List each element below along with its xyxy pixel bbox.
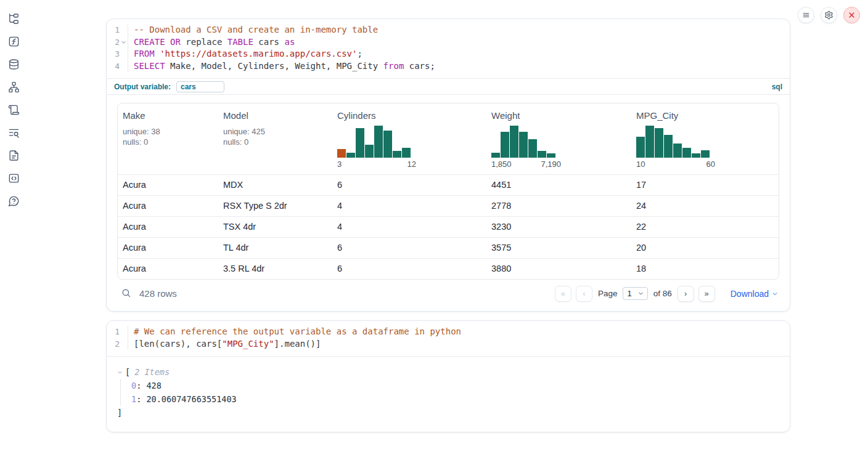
table-row[interactable]: AcuraTL 4dr6357520 xyxy=(118,237,779,258)
sidebar-item-snippets[interactable] xyxy=(7,172,20,185)
next-page-button[interactable]: › xyxy=(678,286,694,302)
database-icon xyxy=(8,59,20,70)
search-icon[interactable] xyxy=(120,288,133,300)
list-output-tree: [ 2 Items 0: 428 1: 20.060747663551403 ] xyxy=(107,357,790,432)
sql-code-editor[interactable]: 1 -- Download a CSV and create an in-mem… xyxy=(107,19,790,78)
output-variable-label: Output variable: xyxy=(114,83,171,91)
code-line[interactable]: 1 # We can reference the output variable… xyxy=(107,326,790,338)
settings-button[interactable] xyxy=(821,7,837,23)
histogram-bar xyxy=(655,128,663,158)
column-title: Make xyxy=(123,110,145,121)
sidebar-panel-switcher xyxy=(0,0,27,449)
pagination-controls: « ‹ Page 1 of 86 › » Download xyxy=(555,286,778,302)
histogram-bar xyxy=(692,153,700,158)
output-variable-input[interactable] xyxy=(176,81,224,92)
chevron-down-icon xyxy=(638,291,644,296)
table-cell: 2778 xyxy=(486,196,631,216)
code-line[interactable]: 1 -- Download a CSV and create an in-mem… xyxy=(107,24,790,36)
code-line[interactable]: 4 SELECT Make, Model, Cylinders, Weight,… xyxy=(107,60,790,73)
table-cell: 18 xyxy=(631,259,779,279)
table-cell: Acura xyxy=(118,217,218,237)
first-page-button[interactable]: « xyxy=(555,286,571,302)
table-row[interactable]: Acura3.5 RL 4dr6388018 xyxy=(118,258,779,279)
column-title: Cylinders xyxy=(337,110,376,121)
download-button[interactable]: Download xyxy=(731,289,778,299)
table-cell: Acura xyxy=(118,196,218,216)
histogram-bar xyxy=(538,151,546,158)
table-cell: 3230 xyxy=(486,217,631,237)
sidebar-item-variables[interactable] xyxy=(7,36,20,48)
column-header-weight[interactable]: Weight 1,8507,190 xyxy=(486,110,631,169)
table-header-row: Makeunique: 38nulls: 0 Modelunique: 425n… xyxy=(118,103,779,174)
sidebar-item-file-explorer[interactable] xyxy=(7,13,20,25)
histogram-bar xyxy=(374,126,383,158)
table-cell: Acura xyxy=(118,175,218,195)
histogram-bar xyxy=(383,131,392,158)
histogram-bar xyxy=(673,144,682,158)
notebook-actions-toolbar xyxy=(798,7,860,23)
list-item: 0: 428 xyxy=(131,379,790,392)
page-number-select[interactable]: 1 xyxy=(623,287,647,300)
column-title: Model xyxy=(223,110,248,121)
column-histogram[interactable] xyxy=(337,126,411,158)
scroll-icon xyxy=(8,104,20,116)
page-label: Page xyxy=(598,289,618,298)
sidebar-item-documentation[interactable] xyxy=(7,150,20,162)
table-cell: 3575 xyxy=(486,238,631,258)
line-number: 2 xyxy=(107,338,128,350)
line-number: 1 xyxy=(107,326,128,338)
row-count-label: 428 rows xyxy=(139,288,177,299)
sidebar-item-dependencies[interactable] xyxy=(7,81,20,94)
sidebar-item-data-sources[interactable] xyxy=(7,59,20,71)
histogram-bar xyxy=(402,148,411,158)
prev-page-button[interactable]: ‹ xyxy=(576,286,592,302)
table-cell: 6 xyxy=(332,175,486,195)
column-header-mpg_city[interactable]: MPG_City 1060 xyxy=(631,110,779,169)
list-search-icon xyxy=(8,127,20,139)
column-header-cylinders[interactable]: Cylinders 312 xyxy=(332,110,486,169)
code-line[interactable]: 2 [len(cars), cars["MPG_City"].mean()] xyxy=(107,338,790,350)
histogram-bar xyxy=(664,135,673,158)
table-row[interactable]: AcuraRSX Type S 2dr4277824 xyxy=(118,195,779,216)
table-cell: 3880 xyxy=(486,259,631,279)
menu-button[interactable] xyxy=(798,7,814,23)
sql-cell: 1 -- Download a CSV and create an in-mem… xyxy=(106,18,790,312)
column-header-model[interactable]: Modelunique: 425nulls: 0 xyxy=(218,110,332,169)
last-page-button[interactable]: » xyxy=(698,286,715,302)
close-button[interactable] xyxy=(843,7,860,23)
column-title: MPG_City xyxy=(636,110,678,121)
language-badge-sql[interactable]: sql xyxy=(772,83,782,91)
column-stats: unique: 425nulls: 0 xyxy=(223,126,265,147)
column-title: Weight xyxy=(491,110,520,121)
histogram-axis: 1060 xyxy=(636,160,715,169)
table-row[interactable]: AcuraMDX6445117 xyxy=(118,174,779,195)
histogram-bar xyxy=(547,153,555,158)
column-header-make[interactable]: Makeunique: 38nulls: 0 xyxy=(118,110,218,169)
graph-icon xyxy=(8,81,20,93)
fold-chevron-icon[interactable] xyxy=(121,39,126,45)
table-cell: Acura xyxy=(118,259,218,279)
cars-data-table: Makeunique: 38nulls: 0 Modelunique: 425n… xyxy=(117,103,779,280)
histogram-bar xyxy=(528,139,537,158)
column-histogram[interactable] xyxy=(491,126,555,158)
document-icon xyxy=(8,150,20,161)
line-number: 1 xyxy=(107,24,128,36)
histogram-bar xyxy=(510,126,518,158)
function-icon xyxy=(8,36,20,47)
tree-collapse-icon[interactable] xyxy=(117,370,123,375)
sidebar-item-help[interactable] xyxy=(7,195,20,208)
sidebar-item-logs[interactable] xyxy=(7,127,20,139)
hamburger-icon xyxy=(801,10,811,20)
python-code-editor[interactable]: 1 # We can reference the output variable… xyxy=(107,321,790,356)
gear-icon xyxy=(824,10,833,20)
table-row[interactable]: AcuraTSX 4dr4323022 xyxy=(118,216,779,237)
code-line[interactable]: 2 CREATE OR replace TABLE cars as xyxy=(107,36,790,49)
histogram-bar xyxy=(337,149,346,158)
sidebar-item-scratchpad[interactable] xyxy=(7,104,20,116)
column-histogram[interactable] xyxy=(636,126,710,158)
table-cell: RSX Type S 2dr xyxy=(218,196,332,216)
histogram-bar xyxy=(356,128,364,158)
code-line[interactable]: 3 FROM 'https://datasets.marimo.app/cars… xyxy=(107,48,790,60)
table-cell: 4 xyxy=(332,196,486,216)
column-stats: unique: 38nulls: 0 xyxy=(123,126,160,147)
